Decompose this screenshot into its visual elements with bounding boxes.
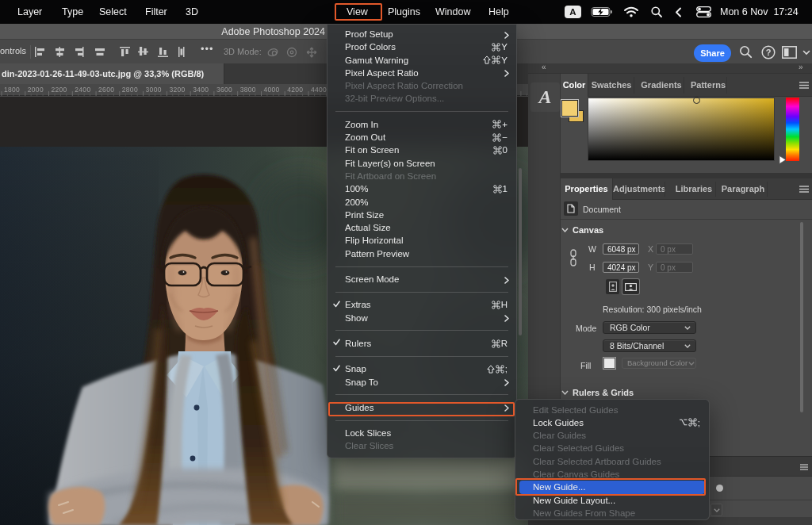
- svg-text:?: ?: [766, 48, 772, 57]
